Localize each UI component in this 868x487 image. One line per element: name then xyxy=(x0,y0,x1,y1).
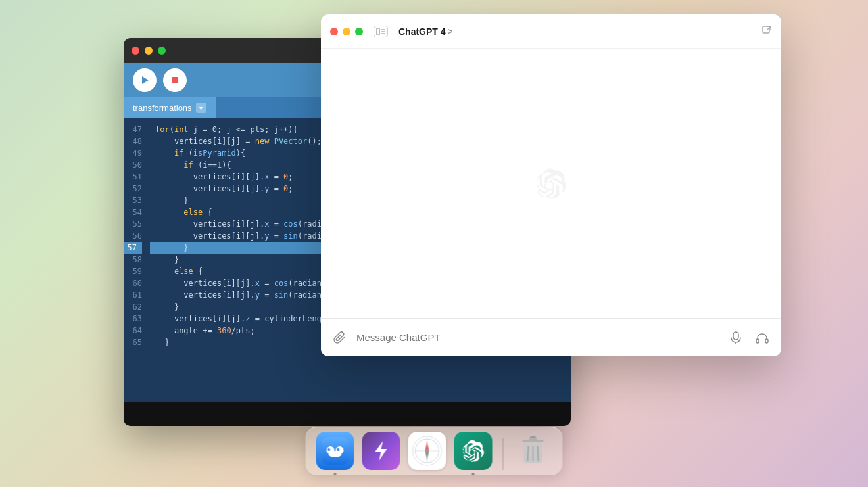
play-button[interactable] xyxy=(133,68,157,92)
chatgpt-dock-icon-graphic xyxy=(462,440,485,462)
dock-icon-finder[interactable] xyxy=(316,432,354,470)
svg-point-23 xyxy=(339,448,340,450)
svg-point-19 xyxy=(329,451,342,457)
output-canvas xyxy=(124,402,571,426)
headphone-button[interactable] xyxy=(752,328,772,348)
maximize-button-ide[interactable] xyxy=(158,47,166,55)
svg-line-11 xyxy=(767,26,771,30)
chatgpt-traffic-lights xyxy=(330,28,363,35)
svg-rect-12 xyxy=(733,332,738,340)
minimize-button-chatgpt[interactable] xyxy=(343,28,350,35)
paperclip-icon xyxy=(333,331,347,344)
chatgpt-title-text: ChatGPT 4 xyxy=(398,26,446,37)
microphone-icon xyxy=(730,331,742,344)
tab-dropdown-icon[interactable]: ▾ xyxy=(196,103,206,113)
svg-rect-37 xyxy=(531,436,536,438)
chatgpt-window: ChatGPT 4 > xyxy=(321,14,781,356)
dock-icon-trash[interactable] xyxy=(514,432,552,470)
dock-icon-safari[interactable] xyxy=(408,432,446,470)
svg-rect-1 xyxy=(172,77,178,83)
play-icon xyxy=(139,75,150,85)
shortcuts-icon-graphic xyxy=(372,440,391,462)
chatgpt-dot xyxy=(472,473,475,475)
close-button-ide[interactable] xyxy=(132,47,139,55)
svg-marker-0 xyxy=(142,76,149,84)
chatgpt-input-bar xyxy=(321,318,781,356)
finder-icon-graphic xyxy=(322,437,349,465)
chatgpt-window-title: ChatGPT 4 > xyxy=(398,26,453,37)
minimize-button-ide[interactable] xyxy=(145,47,153,55)
external-link-button[interactable] xyxy=(761,25,772,38)
message-input[interactable] xyxy=(356,332,719,343)
dock xyxy=(306,427,563,475)
headphone-icon xyxy=(756,332,769,344)
close-button-chatgpt[interactable] xyxy=(330,28,338,35)
microphone-button[interactable] xyxy=(726,328,746,348)
dock-icon-shortcuts[interactable] xyxy=(362,432,400,470)
svg-rect-6 xyxy=(377,28,379,35)
line-numbers: 47 48 49 50 51 52 53 54 55 56 57 58 59 6… xyxy=(124,118,147,402)
svg-point-22 xyxy=(329,448,331,450)
svg-rect-15 xyxy=(765,339,768,343)
svg-rect-14 xyxy=(756,339,759,343)
dock-separator xyxy=(503,438,504,470)
svg-line-34 xyxy=(528,446,529,461)
safari-icon-graphic xyxy=(412,436,443,466)
stop-button[interactable] xyxy=(163,68,187,92)
stop-icon xyxy=(170,75,180,85)
external-link-icon xyxy=(761,25,772,35)
sidebar-toggle-button[interactable] xyxy=(374,26,388,37)
chatgpt-title-chevron: > xyxy=(448,27,453,36)
tab-transformations[interactable]: transformations ▾ xyxy=(124,97,216,118)
tab-label: transformations xyxy=(133,103,192,113)
sidebar-icon xyxy=(376,28,385,35)
attach-button[interactable] xyxy=(330,328,350,348)
trash-icon-graphic xyxy=(520,436,546,466)
dock-icon-chatgpt[interactable] xyxy=(454,432,493,470)
finder-dot xyxy=(334,473,337,475)
svg-marker-24 xyxy=(375,441,387,461)
chatgpt-titlebar: ChatGPT 4 > xyxy=(321,14,781,49)
svg-rect-10 xyxy=(763,26,769,33)
svg-line-36 xyxy=(538,446,539,461)
chatgpt-logo xyxy=(535,168,567,199)
maximize-button-chatgpt[interactable] xyxy=(355,28,363,35)
chatgpt-body xyxy=(321,49,781,318)
